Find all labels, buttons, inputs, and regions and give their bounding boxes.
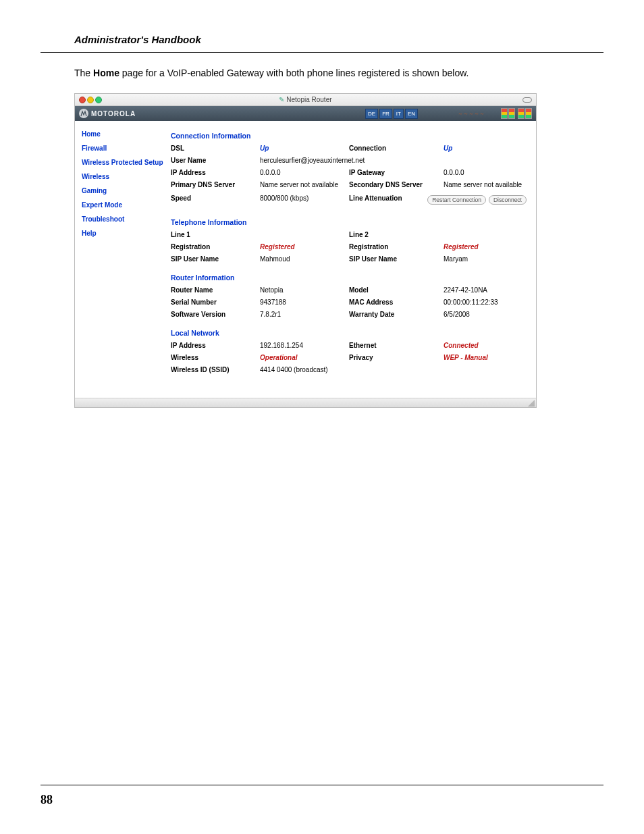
pdns-value: Name server not available (260, 180, 349, 190)
resize-handle-icon[interactable] (528, 400, 535, 407)
local-ip-value: 192.168.1.254 (260, 341, 349, 350)
mac-value: 00:00:00:11:22:33 (444, 298, 531, 307)
speed-label: Speed (171, 194, 260, 203)
gateway-label: IP Gateway (349, 168, 444, 178)
sip2-value: Maryam (444, 255, 531, 264)
wave-icon: ～～～～～ (458, 110, 498, 117)
brand-bar: MOTOROLA DE FR IT EN ～～～～～ (75, 106, 536, 121)
header-decoration: ～～～～～ (458, 108, 532, 119)
restart-connection-button[interactable]: Restart Connection (427, 195, 486, 205)
sidebar-nav: Home Firewall Wireless Protected Setup W… (75, 121, 171, 398)
section-title-telephone: Telephone Information (171, 218, 531, 226)
username-label: User Name (171, 156, 260, 165)
ssid-label: Wireless ID (SSID) (171, 365, 260, 375)
username-value: herculesurfier@joyeauxinternet.net (260, 156, 438, 165)
disconnect-button[interactable]: Disconnect (489, 195, 527, 205)
sidebar-item-wps[interactable]: Wireless Protected Setup (82, 159, 171, 166)
sidebar-item-firewall[interactable]: Firewall (82, 145, 171, 152)
toolbar-pill-icon (522, 97, 532, 103)
router-screenshot: ✎ Netopia Router MOTOROLA DE FR IT EN ～～… (74, 93, 537, 408)
sdns-value: Name server not available (444, 180, 531, 190)
footer-rule (41, 785, 603, 785)
lang-en[interactable]: EN (405, 109, 418, 119)
serial-label: Serial Number (171, 298, 260, 307)
close-icon[interactable] (79, 97, 86, 103)
local-ip-label: IP Address (171, 341, 260, 350)
section-title-local: Local Network (171, 329, 531, 337)
speed-value: 8000/800 (kbps) (260, 194, 349, 203)
motorola-logo-icon (79, 109, 88, 118)
section-local: Local Network IP Address 192.168.1.254 E… (171, 329, 531, 375)
sidebar-item-help[interactable]: Help (82, 230, 171, 237)
window-statusbar (75, 398, 536, 407)
app-icon: ✎ (279, 96, 286, 103)
window-titlebar: ✎ Netopia Router (75, 94, 536, 106)
model-value: 2247-42-10NA (444, 286, 531, 295)
zoom-icon[interactable] (95, 97, 102, 103)
lang-fr[interactable]: FR (379, 109, 392, 119)
sip1-value: Mahmoud (260, 255, 349, 264)
window-title-text: Netopia Router (286, 96, 331, 103)
minimize-icon[interactable] (87, 97, 94, 103)
main-content: Connection Information DSL Up Connection… (171, 121, 536, 398)
intro-text: The Home page for a VoIP-enabled Gateway… (41, 68, 603, 78)
ip-value: 0.0.0.0 (260, 168, 349, 178)
brand-text: MOTOROLA (91, 110, 136, 118)
connection-label: Connection (349, 144, 444, 153)
model-label: Model (349, 286, 444, 295)
reg1-label: Registration (171, 242, 260, 252)
section-title-router: Router Information (171, 273, 531, 282)
sdns-label: Secondary DNS Server (349, 180, 444, 190)
privacy-value: WEP - Manual (444, 353, 531, 363)
ethernet-label: Ethernet (349, 341, 444, 350)
wireless-label: Wireless (171, 353, 260, 363)
software-label: Software Version (171, 310, 260, 319)
sidebar-item-troubleshoot[interactable]: Troubleshoot (82, 215, 171, 223)
section-router: Router Information Router Name Netopia M… (171, 273, 531, 319)
reg2-value: Registered (444, 242, 531, 252)
flag-icon (501, 108, 515, 119)
gateway-value: 0.0.0.0 (444, 168, 531, 178)
mac-label: MAC Address (349, 298, 444, 307)
sip1-label: SIP User Name (171, 255, 260, 264)
software-value: 7.8.2r1 (260, 310, 349, 319)
line2-label: Line 2 (349, 230, 444, 240)
language-switcher: DE FR IT EN (365, 109, 418, 119)
lang-it[interactable]: IT (394, 109, 404, 119)
reg1-value: Registered (260, 242, 349, 252)
sidebar-item-expert[interactable]: Expert Mode (82, 201, 171, 209)
section-title-connection: Connection Information (171, 132, 531, 140)
sidebar-item-home[interactable]: Home (82, 130, 171, 138)
sidebar-item-gaming[interactable]: Gaming (82, 187, 171, 194)
window-title: ✎ Netopia Router (279, 96, 331, 103)
warranty-label: Warranty Date (349, 310, 444, 319)
connection-value: Up (444, 144, 531, 153)
router-name-value: Netopia (260, 286, 349, 295)
doc-header: Administrator's Handbook (41, 34, 603, 53)
intro-pre: The (74, 68, 93, 78)
warranty-value: 6/5/2008 (444, 310, 531, 319)
wireless-value: Operational (260, 353, 349, 363)
pdns-label: Primary DNS Server (171, 180, 260, 190)
privacy-label: Privacy (349, 353, 444, 363)
router-name-label: Router Name (171, 286, 260, 295)
section-connection: Connection Information DSL Up Connection… (171, 132, 531, 203)
ethernet-value: Connected (444, 341, 531, 350)
flag-icon (518, 108, 532, 119)
lang-de[interactable]: DE (365, 109, 378, 119)
serial-value: 9437188 (260, 298, 349, 307)
dsl-label: DSL (171, 144, 260, 153)
intro-bold: Home (93, 68, 119, 78)
intro-post: page for a VoIP-enabled Gateway with bot… (119, 68, 469, 78)
page-number: 88 (41, 793, 53, 807)
traffic-lights (79, 97, 102, 103)
line1-label: Line 1 (171, 230, 260, 240)
ip-label: IP Address (171, 168, 260, 178)
sip2-label: SIP User Name (349, 255, 444, 264)
section-telephone: Telephone Information Line 1 Line 2 Regi… (171, 218, 531, 264)
sidebar-item-wireless[interactable]: Wireless (82, 173, 171, 180)
ssid-value: 4414 0400 (broadcast) (260, 365, 438, 375)
reg2-label: Registration (349, 242, 444, 252)
dsl-value: Up (260, 144, 349, 153)
